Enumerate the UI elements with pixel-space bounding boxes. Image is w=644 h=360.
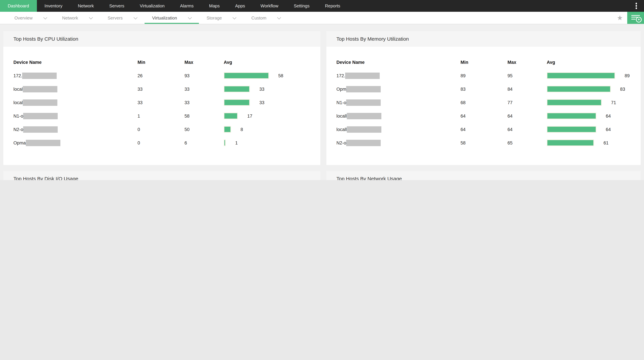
tab-servers[interactable]: Servers [100,12,144,24]
max-value: 64 [508,127,547,132]
tab-custom[interactable]: Custom [244,12,288,24]
table-row: Opma 0 6 1 [14,136,320,149]
nav-item-dashboard[interactable]: Dashboard [0,0,37,12]
table-header-row: Device Name Min Max Avg [14,55,320,69]
nav-item-maps[interactable]: Maps [201,0,228,12]
tab-label: Network [62,15,78,20]
chevron-down-icon[interactable] [188,16,192,19]
kebab-menu-icon[interactable] [630,0,642,12]
redacted-text [347,113,381,119]
redacted-text [23,113,58,119]
nav-item-alarms[interactable]: Alarms [172,0,202,12]
table-row: N2-o 0 50 8 [14,123,320,136]
right-column: Top Hosts By Memory Utilization Device N… [326,31,641,180]
avg-value: 64 [606,127,611,132]
top-navigation: Dashboard Inventory Network Servers Virt… [0,0,644,12]
device-name-link[interactable]: N1-o [14,113,58,119]
dashboard-viewport: Dashboard Inventory Network Servers Virt… [0,0,644,180]
nav-item-network[interactable]: Network [70,0,102,12]
tab-storage[interactable]: Storage [199,12,244,24]
tab-network[interactable]: Network [54,12,100,24]
min-value: 58 [460,140,508,145]
col-header-avg: Avg [224,60,320,65]
table-row: Opm 83 84 83 [336,82,641,96]
col-header-max: Max [184,60,224,65]
max-value: 64 [508,113,547,118]
nav-item-servers[interactable]: Servers [102,0,132,12]
panel-top-hosts-memory: Top Hosts By Memory Utilization Device N… [326,31,641,165]
device-name-link[interactable]: N1-o [336,99,381,106]
tab-overview[interactable]: Overview [7,12,54,24]
chevron-down-icon[interactable] [134,16,137,19]
tab-virtualization[interactable]: Virtualization [144,12,199,24]
chevron-down-icon[interactable] [44,16,47,19]
add-widget-button[interactable]: + [627,12,644,24]
nav-item-settings[interactable]: Settings [286,0,317,12]
tab-label: Virtualization [152,15,177,20]
max-value: 95 [508,73,547,78]
redacted-text [26,140,60,146]
table-row: local 33 33 33 [14,96,320,109]
tab-label: Servers [108,15,123,20]
chevron-down-icon[interactable] [233,16,237,19]
star-icon[interactable]: ★ [612,14,627,22]
device-name-link[interactable]: local [14,86,57,92]
redacted-text [346,140,381,146]
avg-bar [547,72,615,79]
nav-item-apps[interactable]: Apps [228,0,253,12]
min-value: 64 [460,113,508,118]
tab-label: Overview [14,15,32,20]
panel-top-hosts-network: Top Hosts By Network Usage Device Name V… [326,171,641,180]
chevron-down-icon[interactable] [277,16,281,19]
min-value: 33 [138,100,184,105]
max-value: 33 [184,100,224,105]
redacted-text [347,126,381,132]
device-name-link[interactable]: N2-o [14,126,58,132]
avg-value: 33 [260,87,264,92]
col-header-device-name: Device Name [14,60,138,65]
left-column: Top Hosts By CPU Utilization Device Name… [3,31,320,180]
max-value: 84 [508,87,547,92]
avg-value: 58 [278,73,283,78]
avg-bar [224,86,250,92]
min-value: 89 [460,73,508,78]
avg-value: 17 [247,113,252,118]
nav-item-virtualization[interactable]: Virtualization [132,0,172,12]
nav-item-reports[interactable]: Reports [317,0,348,12]
min-value: 26 [138,73,184,78]
max-value: 50 [184,127,224,132]
panel-top-hosts-cpu: Top Hosts By CPU Utilization Device Name… [3,31,320,165]
chevron-down-icon[interactable] [89,16,93,19]
max-value: 58 [184,113,224,118]
max-value: 77 [508,100,547,105]
redacted-text [346,99,381,106]
panel-title: Top Hosts By Disk I/O Usage [3,171,320,180]
table-row: locall 64 64 64 [336,123,641,136]
device-name-link[interactable]: local [14,99,57,106]
device-name-link[interactable]: Opm [336,86,381,92]
table-row: 172. 89 95 89 [336,69,641,82]
avg-bar [547,126,596,133]
min-value: 68 [460,100,508,105]
min-value: 0 [138,140,184,145]
table-row: N2-o 58 65 61 [336,136,641,149]
device-name-link[interactable]: 172. [14,72,57,79]
table-row: N1-o 68 77 71 [336,96,641,109]
nav-item-inventory[interactable]: Inventory [37,0,70,12]
dashboard-tab-bar: Overview Network Servers Virtualization … [0,12,644,24]
device-name-link[interactable]: 172. [336,72,380,79]
avg-value: 1 [235,140,238,145]
device-name-link[interactable]: Opma [14,140,60,146]
col-header-avg: Avg [547,60,641,65]
min-value: 64 [460,127,508,132]
device-name-link[interactable]: locall [336,126,381,132]
device-name-link[interactable]: N2-o [336,140,381,146]
col-header-device-name: Device Name [336,60,460,65]
col-header-min: Min [138,60,184,65]
nav-item-workflow[interactable]: Workflow [253,0,286,12]
tab-label: Storage [206,15,222,20]
redacted-text [346,86,381,92]
avg-bar [547,86,611,92]
device-name-link[interactable]: locall [336,113,381,119]
avg-value: 61 [604,140,608,145]
